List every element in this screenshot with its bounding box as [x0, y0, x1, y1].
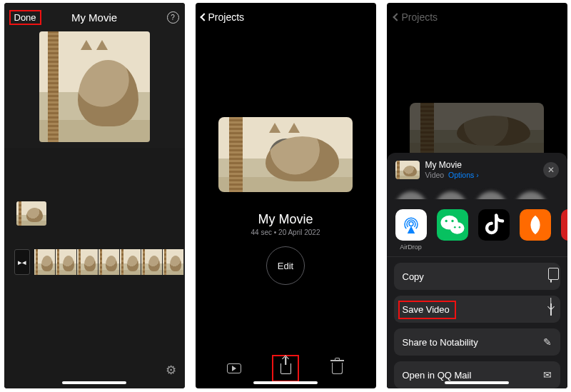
transition-handle[interactable]: ▸◂: [14, 249, 30, 275]
editor-header: Done My Movie ?: [4, 3, 185, 31]
airdrop-app[interactable]: AirDrop: [395, 209, 427, 251]
copy-label: Copy: [403, 271, 424, 282]
share-sheet-screen: Projects My Movie Video Options › ✕: [387, 3, 567, 388]
close-button[interactable]: ✕: [543, 162, 559, 178]
share-options-link[interactable]: Options ›: [448, 171, 479, 179]
settings-gear-icon[interactable]: ⚙: [166, 363, 176, 378]
project-title: My Movie: [71, 11, 117, 24]
contact-avatar[interactable]: [475, 191, 507, 199]
notability-label: Share to Notability: [403, 337, 478, 348]
movie-meta: 44 sec • 20 April 2022: [251, 228, 320, 236]
mail-icon: ✉: [543, 369, 552, 381]
clip-thumbnail[interactable]: [16, 201, 46, 226]
back-to-projects[interactable]: Projects: [201, 11, 245, 23]
svg-point-0: [409, 222, 413, 226]
back-label: Projects: [208, 11, 245, 23]
detail-header: Projects: [196, 3, 376, 31]
save-video-action[interactable]: Save Video: [394, 296, 560, 323]
share-item-info: My Movie Video Options ›: [425, 160, 479, 180]
movie-title: My Movie: [258, 212, 313, 227]
home-indicator[interactable]: [253, 381, 318, 384]
airdrop-icon: [395, 209, 427, 241]
play-fullscreen-button[interactable]: [221, 356, 247, 381]
share-icon: [281, 363, 291, 374]
wechat-app[interactable]: [437, 209, 468, 251]
svg-point-6: [458, 226, 460, 228]
svg-point-4: [451, 220, 453, 222]
dimmed-header: Projects: [387, 3, 567, 31]
editor-top-area: Done My Movie ?: [4, 3, 185, 148]
video-preview[interactable]: [39, 31, 150, 142]
play-rect-icon: [227, 363, 241, 373]
editor-screen: Done My Movie ? ▸◂ ⚙: [4, 3, 185, 388]
share-sheet: My Movie Video Options › ✕: [387, 153, 567, 388]
delete-button[interactable]: [324, 356, 350, 381]
share-button[interactable]: [273, 356, 298, 381]
save-video-label: Save Video: [403, 304, 450, 315]
share-item-kind: Video: [425, 171, 445, 179]
orange-app[interactable]: [520, 209, 551, 251]
app-icon: [561, 209, 567, 241]
app-label: [492, 243, 495, 251]
pencil-icon: ✎: [543, 336, 552, 348]
play-icon: [281, 148, 293, 162]
timeline-strip[interactable]: [34, 249, 185, 275]
help-icon[interactable]: ?: [167, 11, 179, 24]
play-button[interactable]: [269, 139, 302, 171]
copy-action[interactable]: Copy: [394, 263, 560, 290]
timeline-area: ▸◂ ⚙: [4, 148, 185, 388]
qqmail-label: Open in QQ Mail: [403, 370, 472, 381]
detail-body: My Movie 44 sec • 20 April 2022 Edit: [196, 31, 376, 348]
home-indicator[interactable]: [445, 381, 509, 384]
airdrop-label: AirDrop: [400, 243, 422, 251]
svg-point-5: [453, 226, 455, 228]
svg-point-2: [450, 222, 464, 234]
share-notability-action[interactable]: Share to Notability ✎: [394, 328, 560, 356]
contact-avatar[interactable]: [435, 191, 467, 199]
done-button[interactable]: Done: [10, 11, 41, 24]
chevron-left-icon: [393, 13, 400, 21]
edit-button[interactable]: Edit: [266, 246, 305, 285]
contact-avatar[interactable]: [515, 191, 547, 199]
app-label: [534, 243, 536, 251]
share-actions: Copy Save Video Share to Notability ✎ Op…: [387, 257, 567, 388]
apps-row[interactable]: AirDrop: [387, 199, 567, 257]
video-thumbnail[interactable]: [218, 117, 353, 192]
chevron-left-icon: [200, 13, 208, 21]
app-icon: [520, 209, 551, 241]
copy-icon: [550, 271, 552, 282]
share-sheet-header: My Movie Video Options › ✕: [387, 153, 567, 187]
share-item-thumb: [395, 161, 420, 179]
project-detail-screen: Projects My Movie 44 sec • 20 April 2022…: [196, 3, 376, 388]
wechat-icon: [437, 209, 468, 241]
download-icon: [550, 303, 552, 315]
dimmed-video-thumbnail: [410, 103, 544, 153]
red-app-partial[interactable]: [561, 209, 567, 241]
back-label-dim: Projects: [402, 11, 438, 23]
contacts-row[interactable]: [387, 187, 567, 199]
tiktok-icon: [478, 209, 510, 241]
share-item-title: My Movie: [425, 160, 479, 171]
home-indicator[interactable]: [62, 381, 126, 384]
trash-icon: [332, 363, 343, 374]
close-icon: ✕: [547, 165, 555, 175]
contact-avatar[interactable]: [395, 191, 427, 199]
app-label: [451, 243, 453, 251]
svg-point-3: [445, 220, 447, 222]
open-qqmail-action[interactable]: Open in QQ Mail ✉: [394, 361, 560, 388]
tiktok-app[interactable]: [478, 209, 510, 251]
